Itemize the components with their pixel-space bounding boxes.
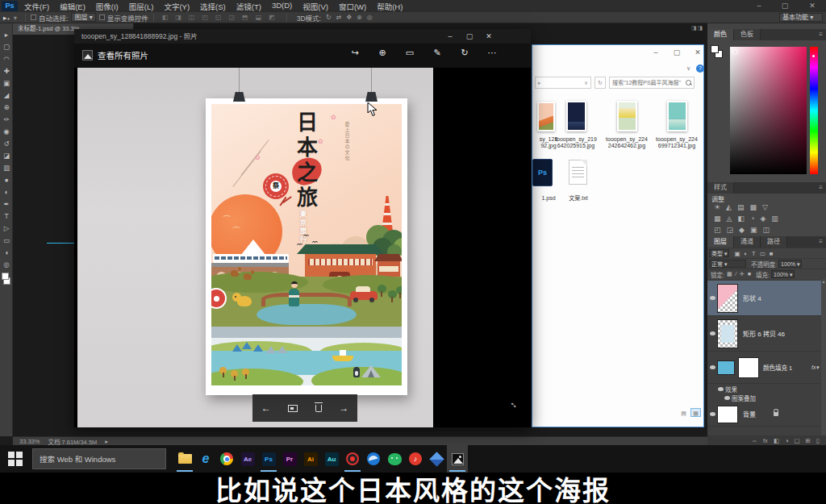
next-photo-button[interactable]: → [339,402,348,414]
eyedropper-tool[interactable]: ◢ [0,90,13,102]
zoom-level[interactable]: 33.33% [19,438,40,445]
tab-paths[interactable]: 路径 [761,236,787,248]
align-icon[interactable]: ◰ [202,14,208,21]
show-transform-checkbox[interactable] [99,15,105,20]
panel-footer-icon[interactable]: ▢ [794,437,799,444]
layer-mask-thumbnail[interactable] [738,357,759,378]
address-bar[interactable]: ▸∨ [535,77,591,89]
adjustment-icon[interactable]: ▤ [737,203,745,214]
layer-row-rect6[interactable]: 矩形 6 拷贝 46 [707,316,821,352]
tab-channels[interactable]: 通道 [734,236,761,248]
panel-menu-icon[interactable]: ≡ [819,182,823,194]
menu-item-6[interactable]: 滤镜(T) [236,1,261,12]
tool-preset-dropdown-icon[interactable]: ▾ [14,14,17,22]
menu-item-7[interactable]: 3D(D) [272,1,292,12]
pattern-overlay-line[interactable]: 图案叠加 [722,394,756,402]
3d-mode-icon[interactable]: ◎ [367,14,373,21]
align-icon[interactable]: ⬒ [242,14,248,21]
type-tool[interactable]: T [0,210,13,223]
file-文案.txt-thumbnail[interactable] [569,160,587,185]
path-selection-tool[interactable]: ▷ [0,223,13,235]
history-brush-tool[interactable]: ↺ [0,138,13,150]
ps-close-button[interactable]: ✕ [803,0,821,11]
edge-browser-taskbar-button[interactable]: e [195,445,216,473]
explorer-close-button[interactable]: ✕ [692,48,703,56]
photos-close-button[interactable]: ✕ [480,29,498,44]
photos-maximize-button[interactable]: ▢ [461,29,478,44]
menu-item-10[interactable]: 帮助(H) [377,1,403,12]
pen-tool[interactable]: ✒ [0,198,13,210]
adjustment-icon[interactable]: ◬ [727,215,732,225]
adjustment-icon[interactable]: ◫ [762,226,770,236]
align-icon[interactable]: ◱ [215,14,222,21]
tab-color[interactable]: 颜色 [707,29,734,40]
panel-footer-icon[interactable]: ◧ [774,437,779,444]
explorer-minimize-button[interactable]: – [650,48,661,56]
panel-footer-icon[interactable]: ▯ [816,437,820,444]
workspace-switcher[interactable]: 基本功能 ▾ [779,13,823,22]
adjustment-icon[interactable]: ☀ [714,203,720,214]
auto-select-checkbox[interactable] [31,15,36,20]
align-icon[interactable]: ◫ [189,14,195,21]
eraser-tool[interactable]: ◪ [0,150,13,162]
rotate-icon[interactable]: ↻ [457,48,473,58]
search-icon[interactable] [686,80,691,85]
adjustment-icon[interactable]: ◈ [760,215,766,225]
crop-tool[interactable]: ▣ [0,77,13,90]
layer-filter-icon[interactable]: ■ [770,250,774,257]
blur-tool[interactable]: ● [0,174,13,186]
lock-icon[interactable]: ✛ [740,271,745,277]
panel-footer-icon[interactable]: ◑ [785,437,789,444]
panel-dock-collapse-icons[interactable]: ◨◨ [691,25,706,35]
adjustment-icon[interactable]: ▽ [762,203,768,214]
tab-layers[interactable]: 图层 [707,236,734,248]
file-sy_128-thumbnail[interactable] [537,102,555,131]
explorer-search-input[interactable] [612,80,683,85]
file-tooopen_sy_224-thumbnail[interactable] [667,101,687,131]
lock-icon[interactable]: ∕ [736,271,736,277]
file-1.psd-thumbnail[interactable]: Ps [532,159,553,186]
opacity-value[interactable]: 100% ▾ [778,260,802,268]
panel-menu-icon[interactable]: ≡ [819,236,823,248]
3d-mode-icon[interactable]: ✥ [346,14,352,21]
refresh-button[interactable]: ↻ [594,77,606,89]
edit-icon[interactable]: ✎ [429,48,445,58]
layer-row-colorfill[interactable]: 颜色填充 1 fx▾ [707,352,821,384]
layer-thumbnail[interactable] [717,284,738,313]
file-explorer-taskbar-button[interactable] [174,445,195,473]
ribbon-collapse-icon[interactable]: ∨ [686,65,690,72]
gradient-tool[interactable]: ▥ [0,162,13,174]
panel-menu-icon[interactable]: ≡ [819,29,823,40]
adjustment-icon[interactable]: ▦ [714,215,721,225]
layer-filter-dropdown[interactable]: 类型 ▾ [709,249,729,257]
see-all-photos-button[interactable]: 查看所有照片 [82,49,148,61]
menu-item-1[interactable]: 编辑(E) [60,1,86,12]
adjustment-icon[interactable]: ◭ [726,203,732,214]
fullscreen-icon[interactable]: ↔ [507,397,522,411]
panel-fg-swatch[interactable] [711,45,719,53]
delete-icon[interactable] [315,405,322,412]
align-icon[interactable]: ◧ [162,14,169,21]
lasso-tool[interactable]: ◠ [0,53,13,65]
status-expand-icon[interactable]: ▸ [105,438,108,445]
menu-item-8[interactable]: 视图(V) [302,1,328,12]
layer-row-background[interactable]: 背景 [707,402,821,427]
adjustment-icon[interactable]: ◰ [714,226,721,236]
hue-slider-handle[interactable] [812,55,815,57]
3d-mode-icon[interactable]: ↻ [326,14,332,21]
poster-image[interactable]: 愛上日本の文化 日 本 之 旅 東京旅行 祭 [206,98,407,395]
panel-footer-icon[interactable]: fx [763,437,768,444]
layer-filter-icon[interactable]: ◐ [745,250,749,257]
adjustment-icon[interactable]: ◆ [739,226,745,236]
panel-footer-icon[interactable]: ⇔ [752,437,758,444]
foreground-color-swatch[interactable] [2,273,9,280]
shape-tool[interactable]: ▭ [0,235,13,247]
layer-thumbnail[interactable] [717,406,738,423]
photos-minimize-button[interactable]: – [441,29,459,44]
visibility-eye-icon[interactable] [707,296,717,300]
tab-swatches[interactable]: 色板 [734,29,761,40]
blend-mode-dropdown[interactable]: 正常 ▾ [709,260,746,268]
fill-swatch-thumbnail[interactable] [717,360,735,375]
visibility-eye-icon[interactable] [715,387,725,391]
layer-filter-icon[interactable]: T [752,250,756,257]
